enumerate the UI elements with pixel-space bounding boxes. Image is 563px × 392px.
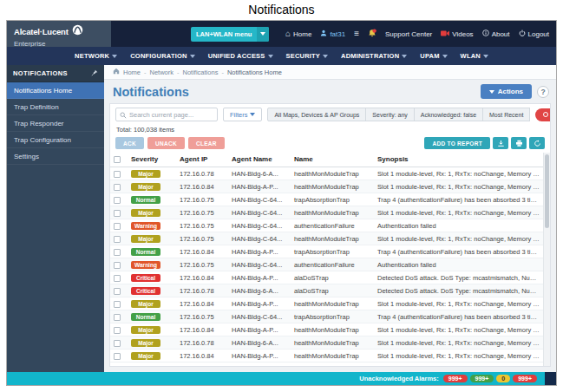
notifications-bell-button[interactable] [368,29,376,39]
list-menu-button[interactable]: ≡ [354,29,359,38]
table-row[interactable]: Major172.16.0.75HAN-Bldg-C-64...healthMo… [110,206,543,219]
table-row[interactable]: Major172.16.0.75HAN-Bldg-C-64...healthMo… [110,232,543,245]
select-all-header [110,153,128,167]
row-checkbox[interactable] [114,275,121,282]
pin-icon[interactable] [91,69,98,78]
row-checkbox[interactable] [114,353,121,360]
live-button[interactable]: LIVE [535,108,551,121]
filter-chip-severity-any[interactable]: Severity: any [365,108,414,121]
agent-name-cell: HAN-Bldg-6-A... [228,284,291,297]
column-header-name[interactable]: Name [291,153,374,167]
table-row[interactable]: Normal172.16.0.84HAN-Bldg-A-P...trapAbso… [110,245,543,258]
trap-name-cell: trapAbsorptionTrap [291,193,374,206]
table-row[interactable]: Warning172.16.0.75HAN-Bldg-C-64...authen… [110,219,543,232]
breadcrumb-item-notifications[interactable]: Notifications [183,69,219,76]
filter-chips: All Maps, Devices & AP GroupsSeverity: a… [267,108,530,121]
row-checkbox[interactable] [114,288,121,295]
checkbox-cell [110,245,128,258]
alarm-count-badge[interactable]: 0 [496,375,510,382]
column-header-agent-ip[interactable]: Agent IP [176,153,228,167]
sidebar-item-settings[interactable]: Settings [7,148,104,165]
ack-button[interactable]: ACK [115,137,144,149]
sidebar-item-notifications-home[interactable]: Notifications Home [7,82,104,99]
breadcrumb-item-home[interactable]: Home [123,69,141,76]
lan-wlan-menu-dropdown[interactable]: LAN+WLAN menu [191,27,269,42]
column-header-agent-name[interactable]: Agent Name [228,153,291,167]
filter-chip-all-maps-devices-ap-groups[interactable]: All Maps, Devices & AP Groups [267,108,366,121]
help-button[interactable]: ? [537,86,549,98]
refresh-icon [534,140,541,147]
row-checkbox[interactable] [114,262,121,269]
agent-ip-cell: 172.16.0.75 [176,232,228,245]
column-header-synopsis[interactable]: Synopsis [374,153,543,167]
breadcrumb-item-network[interactable]: Network [150,69,174,76]
sidebar-item-trap-responder[interactable]: Trap Responder [7,115,104,132]
clear-button[interactable]: CLEAR [188,137,225,149]
filter-chip-acknowledged-false[interactable]: Acknowledged: false [414,108,483,121]
scrollbar-thumb[interactable] [545,154,549,228]
breadcrumb-item-notifications-home[interactable]: Notifications Home [227,69,282,76]
filter-chip-most-recent[interactable]: Most Recent [482,108,530,121]
row-checkbox[interactable] [114,236,121,243]
nav-item-configuration[interactable]: CONFIGURATION [130,52,194,60]
unack-button[interactable]: UNACK [147,137,185,149]
user-menu[interactable]: fat31 [320,29,345,38]
nav-item-network[interactable]: NETWORK [75,52,117,60]
nav-item-security[interactable]: SECURITY [286,52,329,60]
filters-button[interactable]: Filters [223,108,262,121]
table-row[interactable]: Major172.16.0.84HAN-Bldg-A-P...healthMon… [110,323,543,336]
table-actions-bar: ACK UNACK CLEAR ADD TO REPORT [110,135,550,153]
select-all-checkbox[interactable] [114,156,121,163]
nav-item-unified-access[interactable]: UNIFIED ACCESS [208,52,273,60]
home-button[interactable]: ⌂ Home [285,29,311,38]
statusbar-handle[interactable] [545,372,556,385]
table-row[interactable]: Warning172.16.0.75HAN-Bldg-C-64...authen… [110,258,543,271]
vertical-scrollbar[interactable] [543,153,550,366]
list-icon: ≡ [354,29,359,38]
checkbox-cell [110,297,128,310]
nav-item-wlan[interactable]: WLAN [461,52,488,60]
videos-link[interactable]: Videos [441,30,473,38]
table-row[interactable]: Major172.16.0.78HAN-Bldg-6-A...healthMon… [110,167,543,180]
download-button[interactable] [493,137,508,149]
synopsis-cell: Authentication failed [374,219,543,232]
refresh-button[interactable] [529,137,545,149]
table-row[interactable]: Critical172.16.0.84HAN-Bldg-A-P...alaDoS… [110,271,543,284]
severity-badge: Critical [131,274,160,282]
print-button[interactable] [511,137,527,149]
table-row[interactable]: Critical172.16.0.78HAN-Bldg-6-A...alaDoS… [110,284,543,297]
row-checkbox[interactable] [114,301,121,308]
row-checkbox[interactable] [114,197,121,204]
actions-button[interactable]: Actions [481,84,532,99]
nav-item-administration[interactable]: ADMINISTRATION [341,52,407,60]
search-input[interactable] [129,111,213,119]
table-row[interactable]: Normal172.16.0.75HAN-Bldg-C-64...trapAbs… [110,193,543,206]
alarm-count-badge[interactable]: 999+ [470,375,494,382]
row-checkbox[interactable] [114,171,121,178]
column-header-severity[interactable]: Severity [128,153,176,167]
about-link[interactable]: About [482,29,510,38]
table-row[interactable]: Major172.16.0.84HAN-Bldg-A-P...healthMon… [110,350,543,363]
nav-item-label: SECURITY [286,52,321,60]
support-center-link[interactable]: Support Center [385,30,432,38]
table-row[interactable]: Normal172.16.0.75HAN-Bldg-C-64...trapAbs… [110,310,543,323]
row-checkbox[interactable] [114,340,121,347]
table-row[interactable]: Major172.16.0.84HAN-Bldg-A-P...healthMon… [110,180,543,193]
row-checkbox[interactable] [114,184,121,191]
row-checkbox[interactable] [114,249,121,256]
sidebar-item-trap-definition[interactable]: Trap Definition [7,99,104,115]
alarm-count-badge[interactable]: 999+ [443,375,468,382]
alarm-count-badge[interactable]: 999+ [513,375,537,382]
table-row[interactable]: Major172.16.0.84HAN-Bldg-A-P...healthMon… [110,297,543,310]
nav-item-upam[interactable]: UPAM [420,52,447,60]
synopsis-cell: Slot 1 module-level, Rx: 1, RxTx: noChan… [374,206,543,219]
checkbox-cell [110,284,128,297]
row-checkbox[interactable] [114,223,121,230]
table-row[interactable]: Major172.16.0.78HAN-Bldg-6-A...healthMon… [110,336,543,350]
logout-button[interactable]: Logout [519,29,549,38]
row-checkbox[interactable] [114,327,121,334]
sidebar-item-trap-configuration[interactable]: Trap Configuration [7,132,104,148]
add-to-report-button[interactable]: ADD TO REPORT [424,137,490,149]
row-checkbox[interactable] [114,314,121,321]
row-checkbox[interactable] [114,210,121,217]
